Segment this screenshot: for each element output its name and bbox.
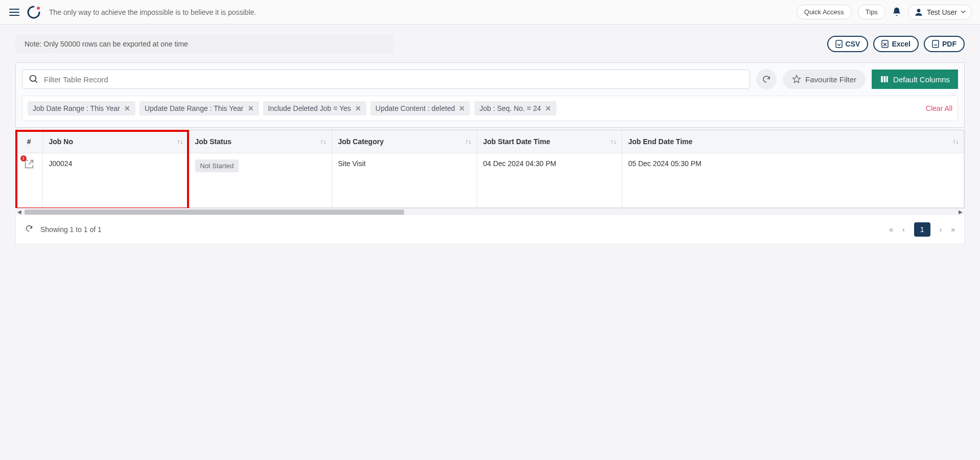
file-icon <box>835 40 843 48</box>
svg-rect-7 <box>884 76 886 82</box>
app-header: The only way to achieve the impossible i… <box>0 0 980 25</box>
refresh-icon[interactable] <box>25 224 33 234</box>
col-start[interactable]: Job Start Date Time↑↓ <box>477 130 622 153</box>
filter-chip: Include Deleted Job = Yes✕ <box>263 101 366 116</box>
scroll-left-icon[interactable]: ◀ <box>17 209 21 215</box>
columns-icon <box>880 75 889 84</box>
avatar-icon <box>914 7 924 17</box>
sort-icon[interactable]: ↑↓ <box>465 138 472 145</box>
pdf-button[interactable]: PDF <box>924 36 965 52</box>
sort-icon[interactable]: ↑↓ <box>177 138 183 145</box>
filter-chip: Update Content : deleted✕ <box>370 101 471 116</box>
page-current[interactable]: 1 <box>914 222 930 237</box>
horizontal-scrollbar[interactable]: ◀ ▶ <box>15 208 965 215</box>
sort-icon[interactable]: ↑↓ <box>320 138 326 145</box>
page-next[interactable]: › <box>940 225 942 234</box>
tips-button[interactable]: Tips <box>858 5 885 19</box>
logo-icon[interactable] <box>27 5 41 19</box>
page-first[interactable]: « <box>889 225 893 234</box>
clear-all-link[interactable]: Clear All <box>926 104 952 112</box>
filter-card: Favourite Filter Default Columns Job Dat… <box>15 62 965 128</box>
note-bar: Note: Only 50000 rows can be exported at… <box>15 35 393 53</box>
refresh-button[interactable] <box>756 69 777 89</box>
svg-rect-8 <box>886 76 888 82</box>
chip-remove[interactable]: ✕ <box>459 104 465 112</box>
row-action-cell[interactable]: ! <box>16 153 42 208</box>
svg-point-5 <box>30 76 36 82</box>
cell-job-no: J00024 <box>42 153 189 208</box>
svg-rect-2 <box>836 40 842 48</box>
chip-remove[interactable]: ✕ <box>545 104 551 112</box>
sort-icon[interactable]: ↑↓ <box>611 138 617 145</box>
col-job-no[interactable]: Job No↑↓ <box>42 130 189 153</box>
col-end[interactable]: Job End Date Time↑↓ <box>622 130 964 153</box>
col-job-status[interactable]: Job Status↑↓ <box>189 130 332 153</box>
cell-start: 04 Dec 2024 04:30 PM <box>477 153 622 208</box>
cell-end: 05 Dec 2024 05:30 PM <box>622 153 964 208</box>
open-icon[interactable]: ! <box>24 158 35 171</box>
tagline: The only way to achieve the impossible i… <box>49 8 797 16</box>
chevron-down-icon <box>960 8 966 16</box>
data-table: # Job No↑↓ Job Status↑↓ Job Category↑↓ J… <box>15 130 965 208</box>
refresh-icon <box>762 75 771 84</box>
filter-chip: Update Date Range : This Year✕ <box>139 101 259 116</box>
star-icon <box>792 75 801 84</box>
chip-remove[interactable]: ✕ <box>248 104 254 112</box>
search-input[interactable] <box>44 75 743 84</box>
favourite-filter-button[interactable]: Favourite Filter <box>783 70 866 89</box>
svg-rect-4 <box>932 40 939 48</box>
svg-point-1 <box>917 9 921 12</box>
user-menu[interactable]: Test User <box>908 5 972 20</box>
file-icon <box>932 40 939 48</box>
menu-icon[interactable] <box>8 6 20 18</box>
pagination-bar: Showing 1 to 1 of 1 « ‹ 1 › » <box>15 215 965 244</box>
quick-access-button[interactable]: Quick Access <box>797 5 852 19</box>
col-hash[interactable]: # <box>16 130 42 153</box>
status-badge: Not Started <box>195 159 239 172</box>
alert-badge-icon: ! <box>20 155 27 162</box>
cell-category: Site Visit <box>332 153 477 208</box>
table-row[interactable]: ! J00024 Not Started Site Visit 04 Dec 2… <box>16 153 964 208</box>
excel-button[interactable]: Excel <box>873 36 919 52</box>
search-input-wrap[interactable] <box>22 70 750 89</box>
pager-info: Showing 1 to 1 of 1 <box>40 225 102 234</box>
scroll-right-icon[interactable]: ▶ <box>959 209 963 215</box>
csv-button[interactable]: CSV <box>827 36 869 52</box>
filter-chip: Job : Seq. No. = 24✕ <box>474 101 556 116</box>
filter-chip: Job Date Range : This Year✕ <box>28 101 135 116</box>
bell-icon[interactable] <box>892 7 902 18</box>
sort-icon[interactable]: ↑↓ <box>952 138 959 145</box>
default-columns-button[interactable]: Default Columns <box>872 70 958 89</box>
svg-rect-6 <box>881 76 883 82</box>
filter-chips: Job Date Range : This Year✕ Update Date … <box>22 96 958 121</box>
file-icon <box>881 40 889 48</box>
col-job-category[interactable]: Job Category↑↓ <box>332 130 477 153</box>
chip-remove[interactable]: ✕ <box>124 104 130 112</box>
cell-status: Not Started <box>189 153 332 208</box>
user-name: Test User <box>927 8 957 16</box>
search-icon <box>29 74 39 84</box>
page-last[interactable]: » <box>951 225 955 234</box>
scroll-thumb[interactable] <box>25 210 404 215</box>
chip-remove[interactable]: ✕ <box>355 104 361 112</box>
svg-point-0 <box>37 7 40 10</box>
header-right: Quick Access Tips Test User <box>797 5 972 20</box>
page-prev[interactable]: ‹ <box>902 225 905 234</box>
